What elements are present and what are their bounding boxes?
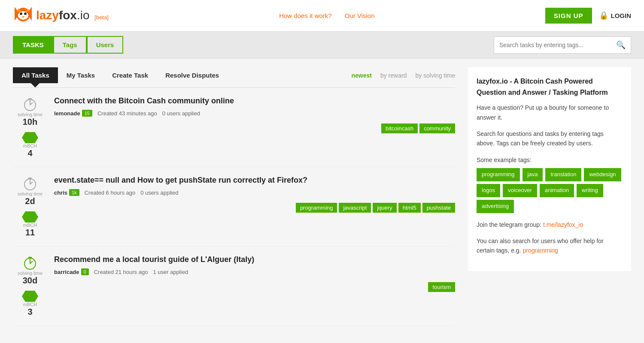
tag-community[interactable]: community (419, 123, 455, 133)
user-name-3[interactable]: barricade (54, 269, 79, 275)
header-right: SIGN UP 🔒 LOGIN (545, 8, 631, 24)
svg-marker-18 (22, 211, 38, 223)
sidebar-telegram-label: Join the telegram group: (477, 221, 543, 228)
task-meta-3: barricade 0 Created 21 hours ago 1 user … (54, 268, 455, 275)
logo-wordmark: lazyfox.io [beta] (36, 9, 109, 22)
sidebar-telegram-text: Join the telegram group: t.me/lazyfox_io (477, 220, 623, 229)
task-created-1: Created 43 minutes ago (97, 110, 157, 117)
user-name-1[interactable]: lemonade (54, 110, 80, 117)
mbch-label-3: mBCH (23, 302, 37, 307)
mbch-label-1: mBCH (23, 143, 37, 148)
sidebar-tag-animation[interactable]: animation (540, 184, 574, 197)
logo-io: .io (77, 9, 90, 22)
svg-point-3 (18, 11, 28, 20)
sidebar-desc2: Search for questions and tasks by enteri… (477, 129, 623, 148)
sidebar-tag-advertising[interactable]: advertising (477, 200, 514, 213)
main-nav: How does it work? Our Vision (279, 12, 374, 19)
svg-point-5 (24, 12, 27, 15)
sidebar-tag-voiceover[interactable]: voiceover (503, 184, 537, 197)
tab-tags[interactable]: Tags (53, 36, 87, 54)
tab-users[interactable]: Users (87, 36, 124, 54)
sidebar-tag-translation[interactable]: translation (545, 168, 581, 181)
task-card-1: solving time 10h mBCH 4 Connect with the… (13, 88, 455, 167)
sub-nav: All Tasks My Tasks Create Task Resolve D… (13, 59, 455, 88)
tag-pushstate[interactable]: pushstate (422, 203, 455, 213)
left-panel: All Tasks My Tasks Create Task Resolve D… (13, 59, 455, 326)
sidebar-section-tags: Some example tags: programming java tran… (477, 155, 623, 213)
solving-time-block-3: solving time 30d (18, 255, 43, 286)
nav-our-vision[interactable]: Our Vision (345, 12, 375, 19)
sidebar-tag-java[interactable]: java (522, 168, 543, 181)
sidebar-footer-link[interactable]: programming (522, 247, 558, 254)
user-score-2: 1k (69, 189, 79, 196)
mbch-value-1: 4 (27, 148, 32, 158)
user-name-2[interactable]: chris (54, 190, 67, 196)
solving-time-label-2: solving time (18, 191, 43, 196)
sidebar-tags: programming java translation webdesign l… (477, 168, 623, 213)
svg-rect-20 (28, 257, 32, 258)
sidebar-tag-writing[interactable]: writing (577, 184, 603, 197)
subnav-my-tasks[interactable]: My Tasks (58, 67, 103, 83)
mbch-block-3: mBCH 3 (22, 291, 38, 317)
sort-by-solving-time[interactable]: by solving time (415, 72, 455, 79)
user-badge-2: chris 1k (54, 189, 79, 196)
tab-tasks[interactable]: TASKS (13, 36, 53, 54)
svg-marker-23 (22, 291, 38, 302)
tag-javascript[interactable]: javascript (339, 203, 371, 213)
solving-time-value-2: 2d (25, 196, 35, 206)
search-box: 🔍 (494, 36, 631, 54)
search-icon[interactable]: 🔍 (616, 40, 626, 50)
task-content-3: Recommend me a local tourist guide of L'… (54, 255, 455, 292)
tag-html5[interactable]: html5 (398, 203, 421, 213)
tag-programming[interactable]: programming (296, 203, 337, 213)
right-panel: lazyfox.io - A Bitcoin Cash Powered Ques… (468, 59, 631, 326)
task-stats-3: solving time 30d mBCH 3 (13, 255, 47, 317)
sidebar-telegram-link[interactable]: t.me/lazyfox_io (543, 221, 583, 228)
task-title-1[interactable]: Connect with the Bitcoin Cash community … (54, 96, 455, 105)
user-badge-1: lemonade 15 (54, 110, 92, 117)
timer-icon-1 (22, 96, 38, 112)
task-title-2[interactable]: event.state== null and How to get pushSt… (54, 176, 455, 185)
navbar: TASKS Tags Users 🔍 (0, 31, 644, 59)
login-label: LOGIN (611, 12, 632, 19)
task-created-3: Created 21 hours ago (94, 269, 148, 275)
subnav-all-tasks[interactable]: All Tasks (13, 67, 58, 83)
sort-newest[interactable]: newest (351, 72, 371, 79)
sidebar-section-search: Search for questions and tasks by enteri… (477, 129, 623, 148)
sort-by-reward[interactable]: by reward (380, 72, 407, 79)
task-meta-2: chris 1k Created 6 hours ago 0 users app… (54, 189, 455, 196)
lock-icon: 🔒 (599, 11, 608, 20)
mbch-value-2: 11 (25, 228, 35, 238)
solving-time-block-1: solving time 10h (18, 96, 43, 127)
task-tags-3: tourism (54, 282, 455, 292)
sidebar-footer-text: You can also search for users who offer … (477, 236, 623, 256)
mbch-icon-1 (22, 132, 38, 143)
subnav-resolve-disputes[interactable]: Resolve Disputes (157, 67, 228, 83)
sidebar-section-about: lazyfox.io - A Bitcoin Cash Powered Ques… (477, 76, 623, 122)
search-input[interactable] (499, 42, 616, 48)
subnav-create-task[interactable]: Create Task (103, 67, 157, 83)
sidebar-tag-webdesign[interactable]: webdesign (584, 168, 621, 181)
signup-button[interactable]: SIGN UP (545, 8, 592, 24)
svg-marker-13 (22, 132, 38, 143)
timer-icon-3 (22, 255, 38, 271)
fox-logo-icon (13, 5, 33, 26)
nav-how-it-works[interactable]: How does it work? (279, 12, 332, 19)
task-card-2: solving time 2d mBCH 11 event.state== nu… (13, 167, 455, 247)
task-applied-2: 0 users applied (140, 190, 178, 196)
tag-jquery[interactable]: jquery (373, 203, 396, 213)
sidebar-box: lazyfox.io - A Bitcoin Cash Powered Ques… (468, 67, 631, 271)
svg-rect-15 (28, 178, 32, 179)
login-button[interactable]: 🔒 LOGIN (599, 11, 632, 20)
user-badge-3: barricade 0 (54, 268, 89, 275)
sidebar-desc1: Have a question? Put up a bounty for som… (477, 103, 623, 122)
tag-bitcoincash[interactable]: bitcoincash (381, 123, 418, 133)
sidebar-example-tags-label: Some example tags: (477, 155, 623, 165)
task-title-3[interactable]: Recommend me a local tourist guide of L'… (54, 255, 455, 264)
logo: lazyfox.io [beta] (13, 5, 109, 26)
timer-icon-2 (22, 176, 38, 191)
sidebar-tag-logos[interactable]: logos (477, 184, 500, 197)
sidebar-tag-programming[interactable]: programming (477, 168, 520, 181)
tag-tourism[interactable]: tourism (428, 282, 455, 292)
task-applied-1: 0 users applied (162, 110, 200, 117)
